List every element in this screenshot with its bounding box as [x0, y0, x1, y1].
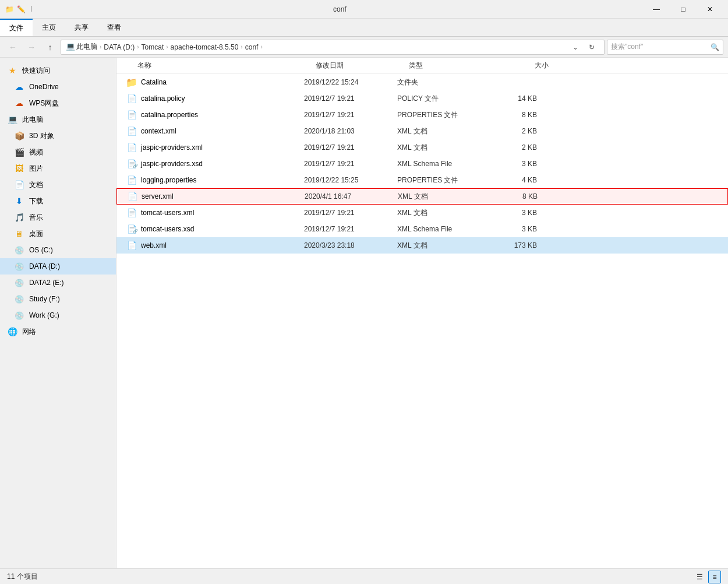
file-date: 2019/12/7 19:21 — [304, 143, 397, 152]
search-icon[interactable]: 🔍 — [711, 43, 719, 51]
search-placeholder: 搜索"conf" — [611, 42, 643, 52]
sidebar-item-wps[interactable]: ☁ WPS网盘 — [0, 95, 116, 111]
refresh-btn[interactable]: ↻ — [584, 40, 599, 55]
file-name: catalina.properties — [141, 111, 304, 119]
col-size[interactable]: 大小 — [502, 61, 549, 71]
table-row[interactable]: 📄 context.xml 2020/1/18 21:03 XML 文档 2 K… — [116, 123, 728, 139]
tab-home[interactable]: 主页 — [33, 19, 65, 36]
table-row[interactable]: 📄 web.xml 2020/3/23 23:18 XML 文档 173 KB — [116, 237, 728, 254]
music-icon: 🎵 — [14, 212, 24, 223]
table-row[interactable]: 📄 server.xml 2020/4/1 16:47 XML 文档 8 KB — [116, 188, 728, 205]
table-row[interactable]: 📄 jaspic-providers.xml 2019/12/7 19:21 X… — [116, 139, 728, 156]
table-row[interactable]: 📄🔗 jaspic-providers.xsd 2019/12/7 19:21 … — [116, 156, 728, 172]
sidebar-item-this-pc[interactable]: 💻 此电脑 — [0, 111, 116, 128]
address-sep-2: › — [137, 44, 139, 50]
sidebar-label-data-d: DATA (D:) — [29, 262, 109, 270]
tab-view[interactable]: 查看 — [98, 19, 130, 36]
tab-share[interactable]: 共享 — [65, 19, 98, 36]
sidebar-label-download: 下载 — [29, 196, 109, 206]
minimize-button[interactable]: — — [643, 0, 670, 19]
col-date[interactable]: 修改日期 — [316, 61, 409, 71]
file-type: XML 文档 — [397, 143, 490, 153]
file-size: 3 KB — [490, 225, 537, 233]
file-icon: 📄 — [126, 125, 137, 137]
sidebar-label-quick-access: 快速访问 — [22, 66, 109, 76]
video-icon: 🎬 — [14, 147, 24, 157]
content-area: 名称 修改日期 类型 大小 📁 Catalina 2019/12/22 15:2… — [116, 58, 728, 568]
forward-button[interactable]: → — [23, 39, 40, 55]
tab-file[interactable]: 文件 — [0, 19, 33, 36]
sidebar-item-video[interactable]: 🎬 视频 — [0, 144, 116, 160]
sidebar-item-data2-e[interactable]: 💿 DATA2 (E:) — [0, 275, 116, 291]
drive-c-icon: 💿 — [14, 245, 24, 255]
sidebar-item-network[interactable]: 🌐 网络 — [0, 323, 116, 340]
file-type: XML 文档 — [397, 208, 490, 218]
file-icon: 📄🔗 — [126, 158, 137, 170]
sidebar-item-data-d[interactable]: 💿 DATA (D:) — [0, 258, 116, 275]
file-name: jaspic-providers.xsd — [141, 160, 304, 168]
sidebar-item-os-c[interactable]: 💿 OS (C:) — [0, 242, 116, 258]
list-view-btn[interactable]: ☰ — [693, 571, 706, 583]
address-part-drive: DATA (D:) — [104, 43, 135, 51]
titlebar-title: conf — [37, 5, 643, 13]
table-row[interactable]: 📄 logging.properties 2019/12/22 15:25 PR… — [116, 172, 728, 188]
sidebar-label-study-f: Study (F:) — [29, 295, 109, 303]
table-row[interactable]: 📄🔗 tomcat-users.xsd 2019/12/7 19:21 XML … — [116, 221, 728, 237]
sidebar-label-wps: WPS网盘 — [29, 98, 109, 108]
back-button[interactable]: ← — [5, 39, 21, 55]
file-type: 文件夹 — [397, 78, 490, 87]
file-type: XML Schema File — [397, 160, 490, 168]
sidebar-label-onedrive: OneDrive — [29, 83, 109, 91]
file-date: 2019/12/22 15:25 — [304, 176, 397, 184]
sidebar-item-desktop[interactable]: 🖥 桌面 — [0, 226, 116, 242]
table-row[interactable]: 📄 catalina.properties 2019/12/7 19:21 PR… — [116, 107, 728, 123]
file-size: 2 KB — [490, 143, 537, 152]
pictures-icon: 🖼 — [14, 163, 24, 174]
details-view-btn[interactable]: ≡ — [708, 571, 721, 583]
search-box[interactable]: 搜索"conf" 🔍 — [607, 40, 723, 55]
desktop-icon: 🖥 — [14, 228, 24, 239]
sidebar-item-documents[interactable]: 📄 文档 — [0, 177, 116, 193]
file-date: 2020/1/18 21:03 — [304, 127, 397, 135]
address-sep-4: › — [241, 44, 242, 50]
sidebar-item-quick-access[interactable]: ★ 快速访问 — [0, 62, 116, 79]
file-type: PROPERTIES 文件 — [397, 175, 490, 185]
file-size: 8 KB — [491, 192, 538, 200]
close-button[interactable]: ✕ — [697, 0, 723, 19]
sidebar: ★ 快速访问 ☁ OneDrive ☁ WPS网盘 💻 此电脑 📦 3D 对象 … — [0, 58, 116, 568]
file-type: XML 文档 — [397, 126, 490, 136]
window-controls[interactable]: — □ ✕ — [643, 0, 723, 19]
file-name: jaspic-providers.xml — [141, 143, 304, 152]
table-row[interactable]: 📄 tomcat-users.xml 2019/12/7 19:21 XML 文… — [116, 205, 728, 221]
sidebar-label-this-pc: 此电脑 — [22, 115, 109, 125]
file-type: XML Schema File — [397, 225, 490, 233]
col-name[interactable]: 名称 — [137, 61, 316, 71]
table-row[interactable]: 📄 catalina.policy 2019/12/7 19:21 POLICY… — [116, 90, 728, 107]
sidebar-item-onedrive[interactable]: ☁ OneDrive — [0, 79, 116, 95]
sidebar-item-3d[interactable]: 📦 3D 对象 — [0, 128, 116, 144]
sidebar-item-study-f[interactable]: 💿 Study (F:) — [0, 291, 116, 307]
file-date: 2020/4/1 16:47 — [305, 192, 398, 200]
sidebar-label-data2-e: DATA2 (E:) — [29, 279, 109, 287]
sidebar-item-download[interactable]: ⬇ 下载 — [0, 193, 116, 209]
maximize-button[interactable]: □ — [670, 0, 697, 19]
view-controls: ☰ ≡ — [693, 571, 721, 583]
sidebar-item-pictures[interactable]: 🖼 图片 — [0, 160, 116, 177]
file-name: web.xml — [141, 241, 304, 249]
edit-icon: ✏️ — [16, 5, 26, 14]
address-sep-1: › — [100, 44, 101, 50]
address-sep-3: › — [166, 44, 168, 50]
address-bar[interactable]: 💻此电脑 › DATA (D:) › Tomcat › apache-tomca… — [61, 40, 605, 55]
sidebar-label-pictures: 图片 — [29, 164, 109, 174]
address-part-conf: conf — [245, 43, 259, 51]
download-icon: ⬇ — [14, 196, 24, 206]
sidebar-item-work-g[interactable]: 💿 Work (G:) — [0, 307, 116, 323]
col-type[interactable]: 类型 — [409, 61, 502, 71]
address-part-apache: apache-tomcat-8.5.50 — [171, 43, 239, 51]
sidebar-item-music[interactable]: 🎵 音乐 — [0, 209, 116, 226]
file-type: POLICY 文件 — [397, 94, 490, 104]
main-layout: ★ 快速访问 ☁ OneDrive ☁ WPS网盘 💻 此电脑 📦 3D 对象 … — [0, 58, 728, 568]
table-row[interactable]: 📁 Catalina 2019/12/22 15:24 文件夹 — [116, 74, 728, 90]
dropdown-btn[interactable]: ⌄ — [568, 40, 583, 55]
up-button[interactable]: ↑ — [42, 39, 58, 55]
